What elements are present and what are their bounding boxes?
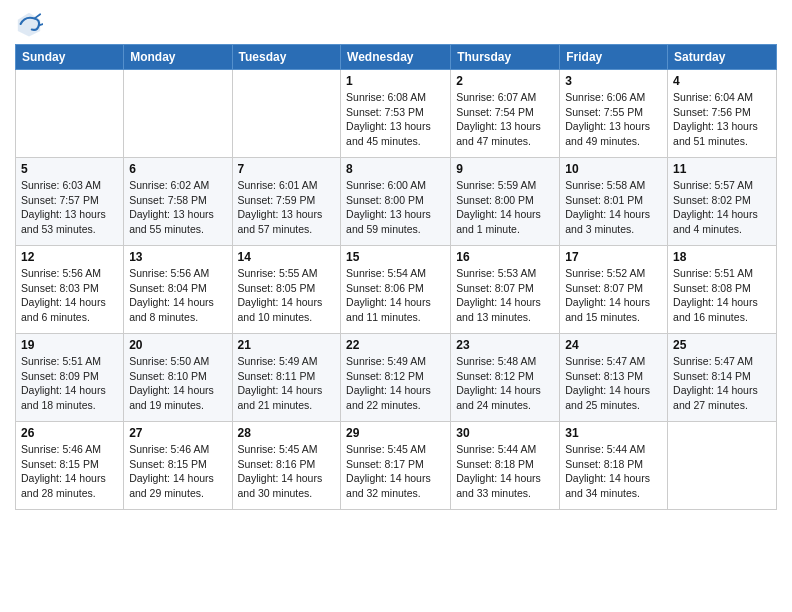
- day-number: 2: [456, 74, 554, 88]
- page-header: [15, 10, 777, 38]
- day-number: 7: [238, 162, 336, 176]
- calendar-header-sunday: Sunday: [16, 45, 124, 70]
- calendar-header-thursday: Thursday: [451, 45, 560, 70]
- calendar-cell: 15Sunrise: 5:54 AM Sunset: 8:06 PM Dayli…: [341, 246, 451, 334]
- calendar-cell: 5Sunrise: 6:03 AM Sunset: 7:57 PM Daylig…: [16, 158, 124, 246]
- day-number: 1: [346, 74, 445, 88]
- calendar-cell: 1Sunrise: 6:08 AM Sunset: 7:53 PM Daylig…: [341, 70, 451, 158]
- day-number: 12: [21, 250, 118, 264]
- day-number: 23: [456, 338, 554, 352]
- day-number: 31: [565, 426, 662, 440]
- calendar-week-row: 12Sunrise: 5:56 AM Sunset: 8:03 PM Dayli…: [16, 246, 777, 334]
- calendar-cell: 6Sunrise: 6:02 AM Sunset: 7:58 PM Daylig…: [124, 158, 232, 246]
- calendar-week-row: 5Sunrise: 6:03 AM Sunset: 7:57 PM Daylig…: [16, 158, 777, 246]
- logo-icon: [15, 10, 43, 38]
- day-info: Sunrise: 6:01 AM Sunset: 7:59 PM Dayligh…: [238, 178, 336, 237]
- calendar-cell: [16, 70, 124, 158]
- day-number: 6: [129, 162, 226, 176]
- calendar-week-row: 19Sunrise: 5:51 AM Sunset: 8:09 PM Dayli…: [16, 334, 777, 422]
- day-number: 28: [238, 426, 336, 440]
- day-info: Sunrise: 5:50 AM Sunset: 8:10 PM Dayligh…: [129, 354, 226, 413]
- calendar-cell: 12Sunrise: 5:56 AM Sunset: 8:03 PM Dayli…: [16, 246, 124, 334]
- calendar-body: 1Sunrise: 6:08 AM Sunset: 7:53 PM Daylig…: [16, 70, 777, 510]
- day-info: Sunrise: 6:03 AM Sunset: 7:57 PM Dayligh…: [21, 178, 118, 237]
- calendar-cell: 3Sunrise: 6:06 AM Sunset: 7:55 PM Daylig…: [560, 70, 668, 158]
- day-info: Sunrise: 6:08 AM Sunset: 7:53 PM Dayligh…: [346, 90, 445, 149]
- day-number: 30: [456, 426, 554, 440]
- day-info: Sunrise: 5:46 AM Sunset: 8:15 PM Dayligh…: [21, 442, 118, 501]
- calendar-cell: 17Sunrise: 5:52 AM Sunset: 8:07 PM Dayli…: [560, 246, 668, 334]
- day-number: 24: [565, 338, 662, 352]
- day-info: Sunrise: 5:44 AM Sunset: 8:18 PM Dayligh…: [565, 442, 662, 501]
- day-number: 22: [346, 338, 445, 352]
- calendar-cell: 4Sunrise: 6:04 AM Sunset: 7:56 PM Daylig…: [668, 70, 777, 158]
- calendar-week-row: 26Sunrise: 5:46 AM Sunset: 8:15 PM Dayli…: [16, 422, 777, 510]
- day-info: Sunrise: 5:47 AM Sunset: 8:14 PM Dayligh…: [673, 354, 771, 413]
- day-number: 14: [238, 250, 336, 264]
- day-info: Sunrise: 6:02 AM Sunset: 7:58 PM Dayligh…: [129, 178, 226, 237]
- day-info: Sunrise: 5:54 AM Sunset: 8:06 PM Dayligh…: [346, 266, 445, 325]
- day-number: 20: [129, 338, 226, 352]
- day-number: 3: [565, 74, 662, 88]
- calendar-cell: 30Sunrise: 5:44 AM Sunset: 8:18 PM Dayli…: [451, 422, 560, 510]
- calendar-cell: 29Sunrise: 5:45 AM Sunset: 8:17 PM Dayli…: [341, 422, 451, 510]
- calendar-header-saturday: Saturday: [668, 45, 777, 70]
- day-info: Sunrise: 5:45 AM Sunset: 8:16 PM Dayligh…: [238, 442, 336, 501]
- day-info: Sunrise: 6:00 AM Sunset: 8:00 PM Dayligh…: [346, 178, 445, 237]
- day-number: 29: [346, 426, 445, 440]
- calendar-cell: [668, 422, 777, 510]
- calendar-cell: 16Sunrise: 5:53 AM Sunset: 8:07 PM Dayli…: [451, 246, 560, 334]
- calendar-header-wednesday: Wednesday: [341, 45, 451, 70]
- day-number: 11: [673, 162, 771, 176]
- calendar-cell: 31Sunrise: 5:44 AM Sunset: 8:18 PM Dayli…: [560, 422, 668, 510]
- logo: [15, 10, 47, 38]
- day-info: Sunrise: 5:57 AM Sunset: 8:02 PM Dayligh…: [673, 178, 771, 237]
- calendar-cell: 26Sunrise: 5:46 AM Sunset: 8:15 PM Dayli…: [16, 422, 124, 510]
- day-number: 21: [238, 338, 336, 352]
- day-info: Sunrise: 5:53 AM Sunset: 8:07 PM Dayligh…: [456, 266, 554, 325]
- day-number: 25: [673, 338, 771, 352]
- day-info: Sunrise: 6:04 AM Sunset: 7:56 PM Dayligh…: [673, 90, 771, 149]
- day-info: Sunrise: 5:47 AM Sunset: 8:13 PM Dayligh…: [565, 354, 662, 413]
- calendar-header-tuesday: Tuesday: [232, 45, 341, 70]
- calendar-cell: 9Sunrise: 5:59 AM Sunset: 8:00 PM Daylig…: [451, 158, 560, 246]
- calendar-cell: 23Sunrise: 5:48 AM Sunset: 8:12 PM Dayli…: [451, 334, 560, 422]
- day-number: 27: [129, 426, 226, 440]
- day-number: 5: [21, 162, 118, 176]
- day-info: Sunrise: 5:45 AM Sunset: 8:17 PM Dayligh…: [346, 442, 445, 501]
- day-number: 19: [21, 338, 118, 352]
- calendar-header-row: SundayMondayTuesdayWednesdayThursdayFrid…: [16, 45, 777, 70]
- day-info: Sunrise: 5:51 AM Sunset: 8:09 PM Dayligh…: [21, 354, 118, 413]
- day-number: 4: [673, 74, 771, 88]
- day-number: 26: [21, 426, 118, 440]
- day-number: 18: [673, 250, 771, 264]
- calendar-cell: 8Sunrise: 6:00 AM Sunset: 8:00 PM Daylig…: [341, 158, 451, 246]
- day-info: Sunrise: 5:55 AM Sunset: 8:05 PM Dayligh…: [238, 266, 336, 325]
- day-info: Sunrise: 6:06 AM Sunset: 7:55 PM Dayligh…: [565, 90, 662, 149]
- day-number: 13: [129, 250, 226, 264]
- day-info: Sunrise: 5:49 AM Sunset: 8:12 PM Dayligh…: [346, 354, 445, 413]
- calendar-cell: 13Sunrise: 5:56 AM Sunset: 8:04 PM Dayli…: [124, 246, 232, 334]
- day-info: Sunrise: 5:46 AM Sunset: 8:15 PM Dayligh…: [129, 442, 226, 501]
- calendar-cell: 11Sunrise: 5:57 AM Sunset: 8:02 PM Dayli…: [668, 158, 777, 246]
- calendar-cell: 28Sunrise: 5:45 AM Sunset: 8:16 PM Dayli…: [232, 422, 341, 510]
- day-number: 16: [456, 250, 554, 264]
- calendar-cell: 18Sunrise: 5:51 AM Sunset: 8:08 PM Dayli…: [668, 246, 777, 334]
- day-info: Sunrise: 5:51 AM Sunset: 8:08 PM Dayligh…: [673, 266, 771, 325]
- day-info: Sunrise: 6:07 AM Sunset: 7:54 PM Dayligh…: [456, 90, 554, 149]
- day-info: Sunrise: 5:58 AM Sunset: 8:01 PM Dayligh…: [565, 178, 662, 237]
- calendar-header-friday: Friday: [560, 45, 668, 70]
- day-info: Sunrise: 5:56 AM Sunset: 8:03 PM Dayligh…: [21, 266, 118, 325]
- day-info: Sunrise: 5:56 AM Sunset: 8:04 PM Dayligh…: [129, 266, 226, 325]
- day-info: Sunrise: 5:44 AM Sunset: 8:18 PM Dayligh…: [456, 442, 554, 501]
- calendar-cell: 19Sunrise: 5:51 AM Sunset: 8:09 PM Dayli…: [16, 334, 124, 422]
- day-number: 15: [346, 250, 445, 264]
- calendar-cell: 22Sunrise: 5:49 AM Sunset: 8:12 PM Dayli…: [341, 334, 451, 422]
- calendar-cell: 27Sunrise: 5:46 AM Sunset: 8:15 PM Dayli…: [124, 422, 232, 510]
- calendar-header-monday: Monday: [124, 45, 232, 70]
- day-number: 8: [346, 162, 445, 176]
- calendar-cell: 10Sunrise: 5:58 AM Sunset: 8:01 PM Dayli…: [560, 158, 668, 246]
- day-number: 10: [565, 162, 662, 176]
- calendar-cell: [232, 70, 341, 158]
- day-info: Sunrise: 5:52 AM Sunset: 8:07 PM Dayligh…: [565, 266, 662, 325]
